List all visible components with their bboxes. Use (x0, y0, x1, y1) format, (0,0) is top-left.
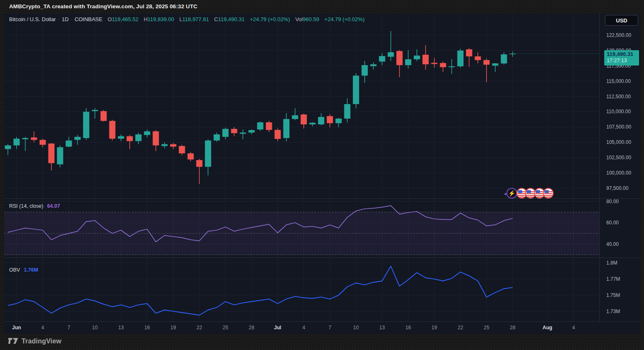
price-tick-label: 40.00 (606, 241, 619, 247)
high-key: H (144, 16, 148, 22)
time-tick-label: 19 (431, 325, 437, 331)
time-tick-label: 7 (68, 325, 70, 331)
symbol-name[interactable]: Bitcoin / U.S. Dollar (9, 16, 56, 22)
time-tick-label: 13 (379, 325, 385, 331)
time-tick-label: 25 (223, 325, 228, 331)
chart-container: Bitcoin / U.S. Dollar·1D·COINBASE O119,4… (4, 13, 641, 334)
obv-value: 1.76M (24, 267, 38, 273)
currency-button[interactable]: USD (605, 15, 638, 26)
price-tick-label: 80.00 (606, 199, 619, 204)
time-axis[interactable]: Jun4710131619222528Jul4710131619222528Au… (4, 321, 641, 334)
symbol-legend[interactable]: Bitcoin / U.S. Dollar·1D·COINBASE O119,4… (9, 16, 365, 22)
time-tick-label: 13 (118, 325, 123, 331)
sparkle-icon: ✦ (504, 192, 507, 197)
last-price-value: 119,490.31 (607, 51, 639, 58)
time-tick-label: 19 (170, 325, 176, 331)
tradingview-logo-icon (8, 338, 18, 345)
bar-countdown: 17:27:13 (607, 58, 639, 64)
page: { "header": { "attribution": "AMBCrypto_… (0, 0, 644, 350)
price-chart-panel[interactable] (4, 13, 599, 198)
price-tick-label: 115,000.00 (606, 78, 631, 84)
close-value: 119,490.31 (218, 16, 245, 22)
us-flag-icon[interactable] (543, 188, 554, 199)
price-tick-label: 97,500.00 (606, 185, 628, 191)
time-tick-label: 28 (510, 325, 515, 331)
time-tick-label: Jun (12, 325, 21, 331)
time-tick-label: 22 (196, 325, 202, 331)
tradingview-attribution[interactable]: TradingView (8, 338, 61, 345)
time-tick-label: 22 (458, 325, 463, 331)
panel-separator[interactable] (4, 258, 641, 258)
tradingview-brand-text: TradingView (22, 338, 61, 345)
price-tick-label: 110,000.00 (606, 109, 631, 114)
rsi-title[interactable]: RSI (14, close) (9, 203, 44, 209)
price-tick-label: 122,500.00 (606, 32, 631, 38)
price-tick-label: 102,500.00 (606, 155, 631, 160)
price-tick-label: 107,500.00 (606, 124, 631, 130)
time-tick-label: 4 (303, 325, 305, 331)
price-tick-label: 1.8M (606, 260, 617, 266)
volume-value: 960.59 (303, 16, 319, 22)
price-tick-label: 1.75M (606, 292, 620, 298)
time-tick-label: Aug (542, 325, 552, 331)
high-value: 119,839.00 (148, 16, 174, 22)
interval-label[interactable]: 1D (62, 16, 69, 22)
time-tick-label: 16 (405, 325, 411, 331)
time-tick-label: 28 (249, 325, 254, 331)
time-tick-label: Jul (274, 325, 281, 331)
price-tick-label: 105,000.00 (606, 139, 631, 145)
price-tick-label: 1.73M (606, 309, 620, 314)
price-tick-label: 1.77M (606, 276, 620, 282)
volume-change: +24.79 (+0.02%) (324, 16, 365, 22)
time-tick-label: 10 (353, 325, 358, 331)
time-tick-label: 10 (92, 325, 97, 331)
price-tick-label: 112,500.00 (606, 94, 631, 100)
low-value: 118,977.81 (182, 16, 209, 22)
rsi-value: 64.07 (47, 203, 60, 209)
time-tick-label: 25 (484, 325, 489, 331)
open-key: O (108, 16, 112, 22)
obv-panel[interactable] (4, 258, 599, 321)
rsi-panel[interactable] (4, 198, 599, 258)
open-value: 119,465.52 (112, 16, 138, 22)
obv-legend[interactable]: OBV1.76M (9, 267, 38, 273)
volume-key: Vol (295, 16, 303, 22)
last-price-label: 119,490.31 17:27:13 (604, 50, 639, 66)
price-axis[interactable]: USD 122,500.00120,000.00117,500.00115,00… (600, 13, 641, 321)
obv-title[interactable]: OBV (9, 267, 20, 273)
change-value: +24.79 (+0.02%) (250, 16, 290, 22)
panel-separator[interactable] (4, 198, 641, 199)
time-tick-label: 16 (144, 325, 150, 331)
time-tick-label: 4 (572, 325, 575, 331)
low-key: L (179, 16, 182, 22)
close-key: C (214, 16, 218, 22)
time-tick-label: 4 (41, 325, 44, 331)
exchange-label[interactable]: COINBASE (75, 16, 102, 22)
lightning-icon[interactable]: ✦⚡ (506, 188, 517, 199)
rsi-legend[interactable]: RSI (14, close)64.07 (9, 203, 60, 209)
attribution-text: AMBCrypto_TA created with TradingView.co… (9, 3, 197, 10)
price-tick-label: 100,000.00 (606, 170, 631, 176)
time-tick-label: 7 (329, 325, 332, 331)
price-tick-label: 60.00 (606, 220, 619, 226)
